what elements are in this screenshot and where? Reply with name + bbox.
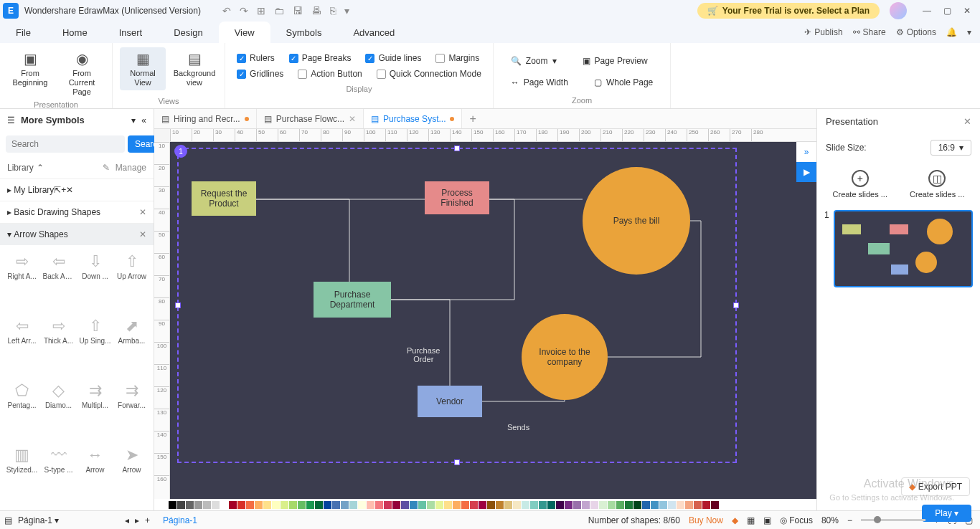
import-icon[interactable]: ⇱ [54, 185, 61, 195]
color-swatch[interactable] [513, 501, 521, 509]
manage-link[interactable]: Manage [116, 163, 146, 173]
collapse-sidebar-icon[interactable]: « [141, 115, 146, 125]
page-tab-active[interactable]: Página-1 [154, 515, 206, 525]
add-tab-button[interactable]: + [462, 113, 483, 125]
publish-button[interactable]: ✈Publish [804, 27, 842, 37]
color-swatch[interactable] [677, 501, 684, 509]
shape-item[interactable]: ◇Diamo... [41, 378, 76, 442]
action-button-checkbox[interactable]: Action Button [298, 69, 362, 79]
from-current-button[interactable]: ◉From Current Page [59, 47, 105, 100]
close-icon[interactable]: ✕ [66, 185, 73, 195]
menu-tab-design[interactable]: Design [158, 22, 218, 43]
shape-pays-bill[interactable]: Pays the bill [583, 167, 690, 275]
close-icon[interactable]: ✕ [963, 116, 971, 127]
color-swatch[interactable] [229, 501, 237, 509]
canvas[interactable]: 1 Request the Product Process Finish [170, 142, 816, 499]
export-icon[interactable]: ⎘ [330, 5, 336, 16]
page-breaks-checkbox[interactable]: ✓Page Breaks [289, 53, 352, 63]
page-dropdown[interactable]: Página-1 ▾ [18, 515, 59, 525]
shape-item[interactable]: ⇦Back Arr... [41, 249, 76, 313]
color-swatch[interactable] [384, 501, 392, 509]
color-swatch[interactable] [349, 501, 357, 509]
color-swatch[interactable] [246, 501, 254, 509]
color-swatch[interactable] [263, 501, 271, 509]
color-swatch[interactable] [306, 501, 314, 509]
shape-item[interactable]: ⇨Thick A... [41, 314, 76, 377]
create-slides-1-button[interactable]: +Create slides ... [833, 170, 887, 199]
menu-tab-symbols[interactable]: Symbols [270, 22, 338, 43]
edit-icon[interactable]: ✎ [103, 163, 110, 173]
save-icon[interactable]: 🖫 [293, 5, 303, 16]
close-icon[interactable]: ✕ [139, 207, 146, 217]
menu-tab-insert[interactable]: Insert [103, 22, 159, 43]
redo-icon[interactable]: ↷ [240, 5, 248, 16]
resize-handle[interactable] [454, 146, 460, 151]
color-swatch[interactable] [573, 501, 581, 509]
color-swatch[interactable] [255, 501, 263, 509]
focus-button[interactable]: ◎ Focus [780, 515, 813, 525]
print-icon[interactable]: 🖶 [311, 5, 321, 16]
next-page-icon[interactable]: ▸ [135, 515, 139, 525]
diamond-icon[interactable]: ◆ [732, 515, 738, 525]
color-swatch[interactable] [668, 501, 676, 509]
slide-size-select[interactable]: 16:9▾ [930, 140, 971, 156]
menu-tab-view[interactable]: View [219, 22, 270, 43]
my-library-row[interactable]: ▸ My Library ⇱ + ✕ [0, 178, 154, 201]
color-swatch[interactable] [539, 501, 547, 509]
color-swatch[interactable] [186, 501, 194, 509]
search-input[interactable] [6, 135, 125, 153]
color-swatch[interactable] [590, 501, 598, 509]
color-swatch[interactable] [711, 501, 719, 509]
library-label[interactable]: Library [7, 163, 34, 173]
shape-item[interactable]: 〰S-type ... [41, 443, 76, 506]
close-icon[interactable]: ✕ [139, 229, 146, 239]
chevron-up-icon[interactable]: ⌃ [37, 163, 44, 173]
color-swatch[interactable] [289, 501, 297, 509]
close-icon[interactable]: ✕ [349, 114, 356, 124]
shape-item[interactable]: ⬠Pentag... [4, 378, 39, 442]
color-swatch[interactable] [401, 501, 409, 509]
undo-icon[interactable]: ↶ [222, 5, 231, 16]
color-swatch[interactable] [203, 501, 211, 509]
color-swatch[interactable] [565, 501, 573, 509]
shape-item[interactable]: ⇧Up Sing... [77, 314, 113, 377]
color-swatch[interactable] [599, 501, 607, 509]
color-swatch[interactable] [642, 501, 650, 509]
quick-connection-checkbox[interactable]: Quick Connection Mode [377, 69, 481, 79]
shape-vendor[interactable]: Vendor [418, 386, 482, 417]
shape-process-finished[interactable]: Process Finished [425, 181, 489, 214]
shape-item[interactable]: ⇧Up Arrow [114, 249, 149, 313]
color-swatch[interactable] [272, 501, 280, 509]
rulers-checkbox[interactable]: ✓Rulers [237, 53, 275, 63]
view-icon-1[interactable]: ▦ [747, 515, 755, 525]
export-ppt-button[interactable]: ◆Export PPT [901, 477, 970, 496]
presentation-mode-icon[interactable]: ▶ [796, 162, 816, 182]
color-swatch[interactable] [625, 501, 633, 509]
color-swatch[interactable] [281, 501, 288, 509]
resize-handle[interactable] [175, 302, 181, 308]
add-page-icon[interactable]: + [145, 515, 150, 525]
color-swatch[interactable] [651, 501, 659, 509]
page-width-button[interactable]: ↔Page Width [505, 75, 574, 90]
view-icon-2[interactable]: ▣ [763, 515, 771, 525]
avatar[interactable] [890, 2, 907, 19]
qat-more-icon[interactable]: ▾ [344, 5, 349, 16]
shape-item[interactable]: ⇩Down ... [77, 249, 113, 313]
shape-purchase-department[interactable]: Purchase Department [314, 282, 391, 318]
slide-thumbnail[interactable] [834, 210, 973, 287]
shape-item[interactable]: ➤Arrow [114, 443, 149, 506]
zoom-slider[interactable] [861, 519, 925, 521]
resize-handle[interactable] [733, 302, 739, 308]
shape-item[interactable]: ⇦Left Arr... [4, 314, 39, 377]
guide-lines-checkbox[interactable]: ✓Guide lines [365, 53, 421, 63]
color-swatch[interactable] [479, 501, 486, 509]
pages-menu-icon[interactable]: ▤ [4, 515, 12, 525]
color-swatch[interactable] [522, 501, 529, 509]
color-swatch[interactable] [298, 501, 306, 509]
color-swatch[interactable] [461, 501, 469, 509]
color-swatch[interactable] [237, 501, 245, 509]
category-basic-shapes[interactable]: ▸ Basic Drawing Shapes ✕ [0, 201, 154, 223]
collapse-ribbon-icon[interactable]: ▾ [967, 27, 971, 37]
hamburger-icon[interactable]: ☰ [7, 115, 15, 125]
shape-item[interactable]: ⇉Multipl... [77, 378, 113, 442]
